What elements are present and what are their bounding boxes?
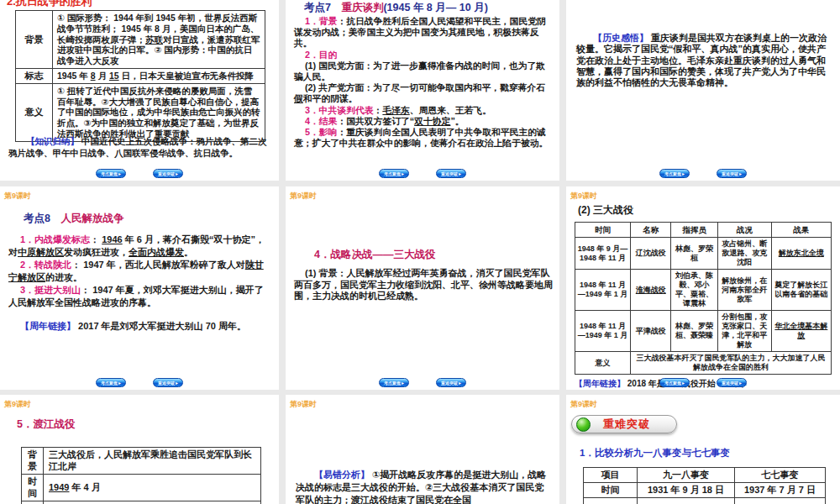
green-ball-icon bbox=[576, 417, 591, 432]
section-heading: (2) 三大战役 bbox=[578, 203, 832, 218]
arrow-right-icon: ▸ bbox=[118, 171, 121, 176]
error-analysis-paragraph: 【易错分析】 ①揭开战略反攻序幕的是挺进大别山，战略决战的标志是三大战役的开始。… bbox=[296, 469, 551, 504]
row-content: ① 扭转了近代中国反抗外来侵略的屡败局面，洗雪百年耻辱。②大大增强了民族自尊心和… bbox=[53, 83, 265, 141]
table-header-row: 项目 九一八事变 七七事变 bbox=[584, 468, 826, 483]
table-row-time: 时间 1931 年 9 月 18 日 1937 年 7 月 7 日 bbox=[584, 483, 826, 498]
paragraph: (1) 国民党方面：为了进一步赢得准备内战的时间，也为了欺骗人民。 bbox=[294, 60, 553, 82]
paragraph: 4．结果：国共双方签订了“双十协定”。 bbox=[294, 116, 553, 127]
session-label: 第9课时 bbox=[290, 399, 317, 410]
col-header: 战果 bbox=[771, 223, 831, 238]
slide-body: (1) 背景：人民解放军经过两年英勇奋战，消灭了国民党军队两百多万，国民党军主力… bbox=[294, 268, 554, 302]
slide-title: 考点8 人民解放战争 bbox=[24, 212, 123, 226]
arrow-right-icon: ▸ bbox=[739, 171, 742, 176]
row-content: 三大战役后，人民解放军乘胜追击国民党军队到长江北岸 bbox=[44, 448, 261, 475]
arrow-right-icon: ▸ bbox=[176, 381, 178, 386]
row-label: 背景 bbox=[22, 448, 44, 475]
paragraph: 5．影响：重庆谈判向全国人民表明了中共争取和平民主的诚意；扩大了中共在群众中的影… bbox=[294, 127, 553, 149]
nav-button-zhongnan[interactable]: 重难突破▸ bbox=[153, 378, 183, 387]
session-label: 第9课时 bbox=[570, 191, 597, 202]
arrow-right-icon: ▸ bbox=[118, 381, 121, 386]
col-header: 战况 bbox=[717, 223, 771, 238]
table-row-clipped bbox=[22, 501, 261, 504]
table-wrap: (2) 三大战役 时间 名称 指挥员 战况 战果 1948 年 9 月—1948… bbox=[575, 203, 832, 390]
badge-label: 重难突破 bbox=[603, 417, 650, 432]
compare-heading: 1．比较分析九一八事变与七七事变 bbox=[580, 447, 730, 459]
nav-button-zhongnan[interactable]: 重难突破▸ bbox=[436, 169, 466, 178]
col-header: 七七事变 bbox=[735, 468, 826, 483]
nav-button-kaodian[interactable]: 考点聚焦▸ bbox=[96, 169, 126, 178]
slide-strategic-decisive-battle: 第9课时 4．战略决战——三大战役 (1) 背景：人民解放军经过两年英勇奋战，消… bbox=[286, 186, 559, 390]
paragraph: (1) 背景：人民解放军经过两年英勇奋战，消灭了国民党军队两百多万，国民党军主力… bbox=[294, 268, 554, 302]
table-row: 意义 ① 扭转了近代中国反抗外来侵略的屡败局面，洗雪百年耻辱。②大大增强了民族自… bbox=[16, 83, 265, 141]
arrow-right-icon: ▸ bbox=[459, 171, 461, 176]
table-row-pingjin: 1948 年 11 月—1949 年 1 月 平津战役 林彪、罗荣桓、聂荣臻 分… bbox=[575, 311, 832, 352]
arrow-right-icon: ▸ bbox=[459, 381, 461, 386]
paragraph: 3．中共谈判代表：毛泽东、周恩来、王若飞。 bbox=[294, 105, 553, 116]
session-label: 第9课时 bbox=[290, 191, 317, 202]
nav-button-kaodian[interactable]: 考点聚焦▸ bbox=[379, 169, 409, 178]
slide-nav: 考点聚焦▸ 重难突破▸ bbox=[566, 378, 840, 387]
row-label: 意义 bbox=[16, 83, 53, 141]
slide-victory-anti-japanese-war: 2.抗日战争的胜利 背景 ① 国际形势： 1944 年到 1945 年初，世界反… bbox=[0, 0, 279, 181]
slide-body: 1．内战爆发标志： 1946 年 6 月，蒋介石撕毁“双十协定”，对中原解放区发… bbox=[8, 234, 270, 333]
nav-button-kaodian[interactable]: 考点聚焦▸ bbox=[379, 378, 409, 387]
nav-button-kaodian[interactable]: 考点聚焦▸ bbox=[659, 169, 690, 178]
paragraph: 2．目的 bbox=[294, 50, 553, 60]
session-label: 第9课时 bbox=[570, 399, 597, 410]
slide-nav: 考点聚焦▸ 重难突破▸ bbox=[286, 378, 559, 387]
arrow-right-icon: ▸ bbox=[682, 381, 685, 386]
paragraph: (2) 共产党方面：为了尽一切可能争取国内和平，戳穿蒋介石假和平的阴谋。 bbox=[294, 82, 553, 104]
arrow-right-icon: ▸ bbox=[402, 381, 404, 386]
nav-button-zhongnan[interactable]: 重难突破▸ bbox=[153, 169, 183, 178]
slide-title: 5．渡江战役 bbox=[17, 417, 75, 432]
table-row: 背景 三大战役后，人民解放军乘胜追击国民党军队到长江北岸 bbox=[22, 448, 261, 475]
slide-nav: 考点聚焦▸ 重难突破▸ bbox=[286, 169, 559, 178]
table-row: 标志 1945 年 8 月 15 日，日本天皇被迫宣布无条件投降 bbox=[16, 68, 265, 83]
table-row: 时间 1949 年 4 月 bbox=[22, 475, 261, 501]
nav-button-zhongnan[interactable]: 重难突破▸ bbox=[436, 378, 466, 387]
victory-table: 背景 ① 国际形势： 1944 年到 1945 年初，世界反法西斯战争节节胜利；… bbox=[15, 10, 265, 142]
slide-key-difficulty-breakthrough: 第9课时 重难突破 1．比较分析九一八事变与七七事变 项目 九一八事变 七七事变… bbox=[566, 395, 840, 504]
table-row: 背景 ① 国际形势： 1944 年到 1945 年初，世界反法西斯战争节节胜利；… bbox=[16, 11, 265, 69]
session-label: 第9课时 bbox=[4, 191, 31, 202]
paragraph: 3．挺进大别山： 1947 年夏，刘邓大军挺进大别山，揭开了人民解放军全国性战略… bbox=[8, 284, 270, 309]
slide-body: 1．背景：抗日战争胜利后全国人民渴望和平民主，国民党阴谋发动内战；美帝国主义为把… bbox=[294, 16, 553, 149]
slide-error-analysis: 第9课时 【易错分析】 ①揭开战略反攻序幕的是挺进大别山，战略决战的标志是三大战… bbox=[286, 395, 559, 504]
slide-title: 2.抗日战争的胜利 bbox=[7, 0, 92, 9]
slide-nav: 考点聚焦▸ 重难突破▸ bbox=[566, 169, 840, 178]
nav-button-zhongnan[interactable]: 重难突破▸ bbox=[717, 378, 747, 387]
three-battles-table: 时间 名称 指挥员 战况 战果 1948 年 9 月—1948 年 11 月 辽… bbox=[575, 222, 832, 375]
row-label: 时间 bbox=[22, 475, 44, 501]
slide-three-battles-table: 第9课时 (2) 三大战役 时间 名称 指挥员 战况 战果 1948 年 9 月… bbox=[566, 186, 840, 390]
slide-title: 4．战略决战——三大战役 bbox=[314, 248, 435, 262]
arrow-right-icon: ▸ bbox=[402, 171, 404, 176]
table-header-row: 时间 名称 指挥员 战况 战果 bbox=[575, 223, 832, 238]
col-header: 指挥员 bbox=[671, 223, 717, 238]
anniversary-link-note: 【周年链接】 2017 年是刘邓大军挺进大别山 70 周年。 bbox=[8, 320, 270, 333]
paragraph: 1．背景：抗日战争胜利后全国人民渴望和平民主，国民党阴谋发动内战；美帝国主义为把… bbox=[294, 16, 553, 50]
slide-nav: 考点聚焦▸ 重难突破▸ bbox=[0, 169, 279, 178]
nav-button-zhongnan[interactable]: 重难突破▸ bbox=[717, 169, 747, 178]
table-row-clipped bbox=[584, 498, 826, 504]
paragraph: 2．转战陕北： 1947 年，西北人民解放军粉碎了敌人对陕甘宁解放区的进攻。 bbox=[8, 259, 270, 284]
section-badge: 重难突破 bbox=[571, 415, 677, 433]
crossing-yangtze-table: 背景 三大战役后，人民解放军乘胜追击国民党军队到长江北岸 时间 1949 年 4… bbox=[21, 447, 261, 504]
row-content: ① 国际形势： 1944 年到 1945 年初，世界反法西斯战争节节胜利； 19… bbox=[53, 11, 265, 69]
row-label: 意义 bbox=[575, 352, 631, 375]
knowledge-summary-note: 【知识归纳】 中国近代史上五次侵略战争：鸦片战争、第二次鸦片战争、甲午中日战争、… bbox=[8, 136, 274, 159]
arrow-right-icon: ▸ bbox=[176, 171, 178, 176]
arrow-right-icon: ▸ bbox=[682, 171, 685, 176]
slide-crossing-yangtze: 第9课时 5．渡江战役 背景 三大战役后，人民解放军乘胜追击国民党军队到长江北岸… bbox=[0, 395, 279, 504]
table-row-huaihai: 1948 年 11 月—1949 年 1 月 淮海战役 刘伯承、陈毅、邓小平、粟… bbox=[575, 270, 832, 311]
meaning-text: 三大战役基本歼灭了国民党军队的主力，大大加速了人民解放战争在全国的胜利 bbox=[631, 352, 832, 375]
col-header: 时间 bbox=[575, 223, 631, 238]
nav-button-kaodian[interactable]: 考点聚焦▸ bbox=[659, 378, 690, 387]
row-content: 1945 年 8 月 15 日，日本天皇被迫宣布无条件投降 bbox=[53, 68, 265, 83]
slide-title: 考点7 重庆谈判(1945 年 8 月— 10 月) bbox=[304, 1, 488, 15]
table-row-liaoshen: 1948 年 9 月—1948 年 11 月 辽沈战役 林彪、罗荣桓 攻占锦州、… bbox=[575, 238, 832, 270]
slide-nav: 考点聚焦▸ 重难突破▸ bbox=[0, 378, 279, 387]
paragraph: 1．内战爆发标志： 1946 年 6 月，蒋介石撕毁“双十协定”，对中原解放区发… bbox=[8, 234, 270, 259]
nav-button-kaodian[interactable]: 考点聚焦▸ bbox=[96, 378, 126, 387]
slide-history-reflection: 【历史感悟】 重庆谈判是国共双方在谈判桌上的一次政治较量。它揭示了国民党“假和平… bbox=[566, 0, 840, 181]
col-header: 名称 bbox=[631, 223, 671, 238]
